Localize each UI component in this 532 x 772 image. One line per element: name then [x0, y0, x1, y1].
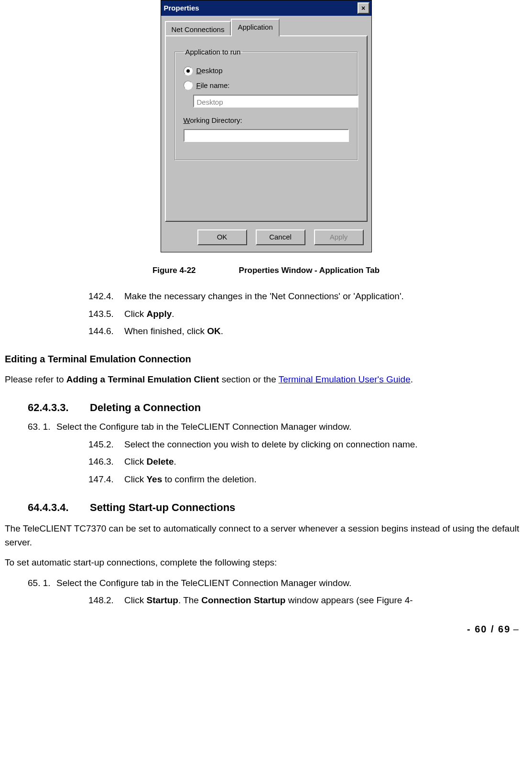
working-directory-label: Working Directory: — [184, 115, 349, 126]
list-item: 146.3. Click Delete. — [88, 455, 527, 469]
heading-deleting-connection: 62.4.3.3.Deleting a Connection — [28, 400, 527, 415]
figure-caption: Figure 4-22Properties Window - Applicati… — [5, 264, 527, 277]
window-title: Properties — [164, 3, 358, 14]
radio-icon — [184, 81, 193, 90]
list-item: 65. 1. Select the Configure tab in the T… — [28, 576, 527, 590]
list-item: 143.5. Click Apply. — [88, 307, 527, 321]
radio-desktop[interactable]: Desktop — [184, 65, 349, 76]
tab-strip: Net Connections Application — [165, 19, 368, 36]
para-startup-1: The TeleCLIENT TC7370 can be set to auto… — [5, 522, 527, 549]
ok-button[interactable]: OK — [197, 229, 247, 245]
page-number: - 60 / 69 – — [5, 622, 527, 636]
filename-input[interactable]: Desktop — [193, 95, 358, 108]
properties-dialog: Properties × Net Connections Application… — [161, 0, 372, 252]
working-directory-input[interactable] — [184, 129, 349, 142]
list-item: 144.6. When finished, click OK. — [88, 325, 527, 338]
para-startup-2: To set automatic start-up connections, c… — [5, 556, 527, 570]
dialog-button-row: OK Cancel Apply — [165, 222, 368, 245]
group-application-to-run: Application to run Desktop File name: De… — [174, 47, 358, 161]
para-editing-terminal: Please refer to Adding a Terminal Emulat… — [5, 373, 527, 387]
cancel-button[interactable]: Cancel — [256, 229, 305, 245]
list-item: 148.2. Click Startup. The Connection Sta… — [88, 594, 527, 608]
tab-page-application: Application to run Desktop File name: De… — [165, 35, 368, 222]
radio-filename-label: File name: — [196, 80, 230, 91]
tab-application[interactable]: Application — [231, 19, 279, 36]
radio-icon — [184, 66, 193, 76]
list-item: 145.2. Select the connection you wish to… — [88, 438, 527, 452]
list-item: 63. 1. Select the Configure tab in the T… — [28, 420, 527, 434]
radio-filename[interactable]: File name: — [184, 80, 349, 91]
list-item: 147.4. Click Yes to confirm the deletion… — [88, 473, 527, 487]
titlebar: Properties × — [161, 0, 371, 16]
heading-editing-terminal: Editing a Terminal Emulation Connection — [5, 352, 527, 366]
close-icon[interactable]: × — [358, 2, 369, 14]
link-terminal-emulation-guide[interactable]: Terminal Emulation User's Guide — [279, 374, 411, 384]
heading-setting-startup: 64.4.3.4.Setting Start-up Connections — [28, 500, 527, 515]
apply-button[interactable]: Apply — [314, 229, 364, 245]
radio-desktop-label: Desktop — [196, 65, 223, 76]
list-item: 142.4. Make the necessary changes in the… — [88, 290, 527, 304]
group-legend: Application to run — [184, 47, 243, 58]
